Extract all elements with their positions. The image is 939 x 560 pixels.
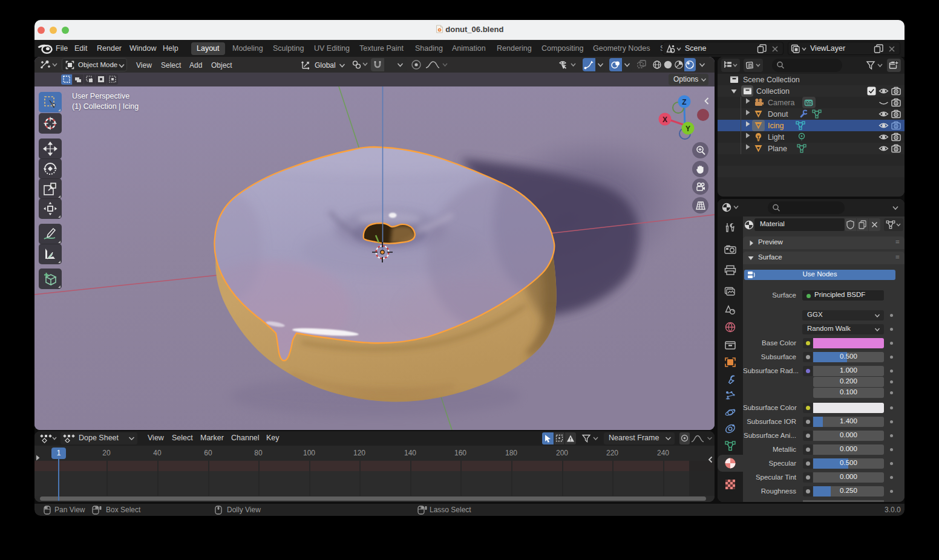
svg-text:Y: Y xyxy=(685,125,690,133)
svg-text:Z: Z xyxy=(682,98,686,106)
svg-text:X: X xyxy=(663,116,667,124)
